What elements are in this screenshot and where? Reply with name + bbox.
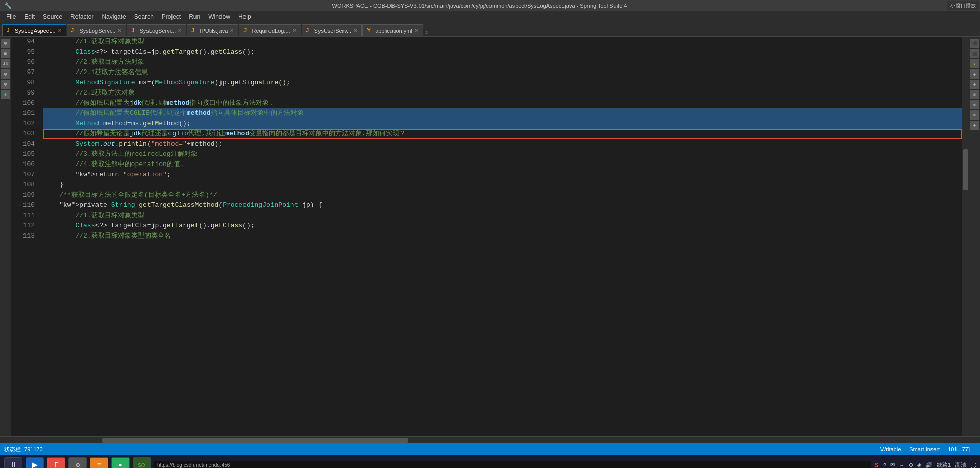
line-num-94: 94 <box>11 37 35 47</box>
tab-label-syslogservi2: SysLogServi... <box>139 28 176 34</box>
right-tool-8[interactable]: ⊕ <box>970 121 979 130</box>
line-num-108: 108 <box>11 180 35 190</box>
status-left: 状态栏_791173 <box>4 446 874 453</box>
menu-item-window[interactable]: Window <box>204 12 234 21</box>
right-tool-4[interactable]: ⊕ <box>970 80 979 89</box>
tab-close-syslogservi1[interactable]: ✕ <box>117 28 121 33</box>
menu-item-source[interactable]: Source <box>39 12 66 21</box>
line-num-111: 111 <box>11 210 35 221</box>
code-line-97: //2.1获取方法签名信息 <box>43 67 962 78</box>
line-num-98: 98 <box>11 78 35 88</box>
taskbar-circle-btn[interactable]: ● <box>111 457 130 469</box>
line-num-100: 100 <box>11 98 35 108</box>
right-tool-2[interactable]: ★ <box>970 59 979 68</box>
right-tool-6[interactable]: ⊕ <box>970 100 979 109</box>
code-area[interactable]: //1.获取目标对象类型 Class<?> targetCls=jp.getTa… <box>39 37 962 436</box>
tab-label-syslogaspect: SysLogAspect... <box>15 28 56 34</box>
menu-item-file[interactable]: File <box>2 12 20 21</box>
tab-iputils[interactable]: JIPUtils.java✕ <box>187 24 238 36</box>
tab-syslogaspect[interactable]: JSysLogAspect...✕ <box>2 24 66 36</box>
taskbar-file-btn[interactable]: F <box>47 457 65 469</box>
tab-overflow[interactable]: ² <box>424 30 430 36</box>
right-tool-3[interactable]: ⊕ <box>970 69 979 79</box>
line-num-103: 103 <box>11 129 35 139</box>
line-num-105: 105 <box>11 149 35 159</box>
tab-close-iputils[interactable]: ✕ <box>230 28 234 33</box>
sidebar-icon-3[interactable]: ⊕ <box>1 69 10 79</box>
sidebar-icon-2[interactable]: Ju <box>1 59 10 68</box>
tab-icon-syslogservi2: J <box>131 28 137 34</box>
tab-requiredlog[interactable]: JRequiredLog....✕ <box>239 24 301 36</box>
taskbar-help-icon[interactable]: ? <box>883 462 886 469</box>
tab-application[interactable]: Yapplication.yml✕ <box>362 24 423 36</box>
taskbar-shield-icon[interactable]: ◈ <box>917 462 921 468</box>
sidebar-icon-1[interactable]: ≡ <box>1 49 10 58</box>
right-tool-7[interactable]: ⊕ <box>970 110 979 120</box>
right-tool-0[interactable]: ⬛ <box>970 39 979 48</box>
taskbar-arrow-icon[interactable]: → <box>899 462 904 469</box>
taskbar-chrome-btn[interactable]: ⊕ <box>68 457 87 469</box>
taskbar-pause-btn[interactable]: ⏸ <box>4 457 22 469</box>
tab-close-syslogaspect[interactable]: ✕ <box>58 28 62 33</box>
menu-item-navigate[interactable]: Navigate <box>97 12 130 21</box>
right-tool-5[interactable]: ⊕ <box>970 90 979 99</box>
code-line-113: //2.获取目标对象类型的类全名 <box>43 231 962 241</box>
title-bar: 🔧 WORKSPACE - CGB-DB-SYS-V3.01/src/main/… <box>0 0 980 11</box>
menu-item-refactor[interactable]: Refactor <box>66 12 97 21</box>
status-bar: 状态栏_791173 Writable Smart Insert 101...7… <box>0 443 980 455</box>
line-num-104: 104 <box>11 139 35 149</box>
sidebar-icon-4[interactable]: ⊕ <box>1 80 10 89</box>
taskbar-start-btn[interactable] <box>26 457 44 469</box>
title-text: WORKSPACE - CGB-DB-SYS-V3.01/src/main/ja… <box>12 3 947 9</box>
sidebar-icon-0[interactable]: ⊕ <box>1 39 10 48</box>
tab-close-application[interactable]: ✕ <box>414 28 419 33</box>
code-line-107: "kw">return "operation"; <box>43 170 962 180</box>
right-scrollbar[interactable] <box>962 37 969 436</box>
tab-icon-sysuserserv: J <box>306 28 312 34</box>
menu-item-search[interactable]: Search <box>130 12 158 21</box>
menu-item-run[interactable]: Run <box>185 12 204 21</box>
right-tools: ⬛ ⬛ ★ ⊕ ⊕ ⊕ ⊕ ⊕ ⊕ <box>969 37 980 436</box>
tab-sysuserserv[interactable]: JSysUserServ...✕ <box>302 24 362 36</box>
scrollbar-thumb[interactable] <box>963 149 968 190</box>
sidebar-icon-5[interactable]: ● <box>1 90 10 99</box>
left-sidebar: ⊕ ≡ Ju ⊕ ⊕ ● <box>0 37 11 436</box>
tab-close-sysuserserv[interactable]: ✕ <box>353 28 357 33</box>
taskbar-right: S ? ✉ → ⊕ ◈ 🔊 线路1 高清 ⛶ <box>874 461 976 468</box>
code-line-98: MethodSignature ms=(MethodSignature)jp.g… <box>43 78 962 88</box>
h-scrollbar-thumb[interactable] <box>102 438 408 443</box>
right-tool-1[interactable]: ⬛ <box>970 49 979 58</box>
menu-item-edit[interactable]: Edit <box>20 12 39 21</box>
code-line-96: //2.获取目标方法对象 <box>43 57 962 67</box>
tab-label-iputils: IPUtils.java <box>200 28 228 34</box>
taskbar-spring-btn[interactable]: S⬡ <box>133 457 151 469</box>
tab-syslogservi2[interactable]: JSysLogServi...✕ <box>127 24 186 36</box>
line-num-110: 110 <box>11 200 35 210</box>
tab-label-syslogservi1: SysLogServi... <box>80 28 116 34</box>
taskbar-vol-icon[interactable]: 🔊 <box>925 462 933 468</box>
line-num-96: 96 <box>11 57 35 67</box>
line-numbers: 9495969798991001011021031041051061071081… <box>11 37 39 436</box>
taskbar-msg-icon[interactable]: ✉ <box>890 462 895 468</box>
taskbar-s-icon: S <box>874 461 879 468</box>
code-line-94: //1.获取目标对象类型 <box>43 37 962 47</box>
window-icon: 🔧 <box>4 2 12 9</box>
taskbar-files-btn[interactable]: ≡ <box>90 457 108 469</box>
code-line-106: //4.获取注解中的operation的值. <box>43 159 962 170</box>
tab-icon-requiredlog: J <box>243 28 250 34</box>
menu-item-help[interactable]: Help <box>234 12 255 21</box>
line-num-112: 112 <box>11 221 35 231</box>
url-bar: https://blog.csdn.net/mehdq.456 <box>154 461 871 468</box>
code-line-99: //2.2获取方法对象 <box>43 88 962 98</box>
tab-syslogservi1[interactable]: JSysLogServi...✕ <box>67 24 127 36</box>
tab-close-requiredlog[interactable]: ✕ <box>292 28 297 33</box>
code-line-95: Class<?> targetCls=jp.getTarget().getCla… <box>43 47 962 57</box>
tab-label-sysuserserv: SysUserServ... <box>314 28 352 34</box>
taskbar-net-icon[interactable]: ⊕ <box>909 462 913 468</box>
menu-item-project[interactable]: Project <box>158 12 185 21</box>
line-num-99: 99 <box>11 88 35 98</box>
code-line-102: Method method=ms.getMethod(); <box>43 119 962 129</box>
taskbar-fullscreen-icon[interactable]: ⛶ <box>970 462 976 469</box>
tab-close-syslogservi2[interactable]: ✕ <box>178 28 182 33</box>
h-scrollbar[interactable] <box>0 436 980 443</box>
